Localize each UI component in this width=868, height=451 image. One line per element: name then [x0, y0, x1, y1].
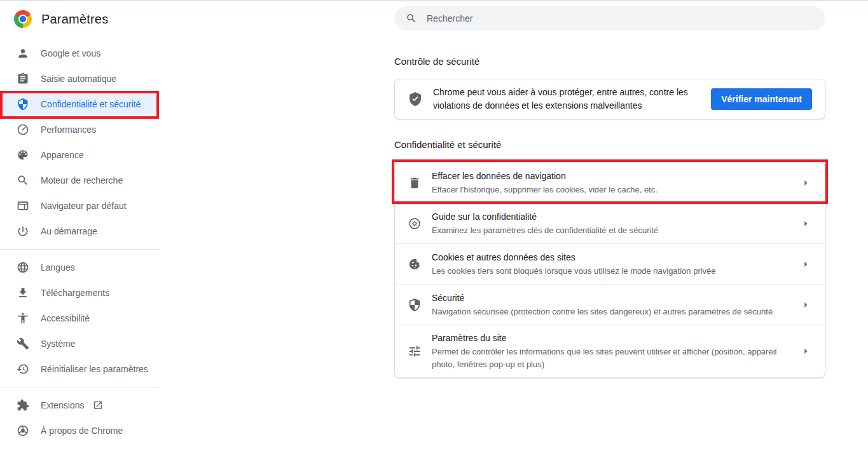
row-subtitle: Examinez les paramètres clés de confiden…: [432, 224, 779, 237]
trash-icon: [408, 176, 422, 190]
sidebar-divider: [0, 387, 159, 387]
chrome-logo-icon: [14, 10, 32, 28]
sidebar-item-reinitialiser-les-parametres[interactable]: Réinitialiser les paramètres: [0, 356, 159, 382]
sidebar-item-au-demarrage[interactable]: Au démarrage: [0, 219, 159, 244]
row-title: Effacer les données de navigation: [432, 170, 779, 182]
power-icon: [17, 225, 29, 238]
sidebar-item-a-propos-de-chrome[interactable]: À propos de Chrome: [0, 418, 159, 443]
puzzle-icon: [17, 399, 29, 412]
row-security[interactable]: Sécurité Navigation sécurisée (protectio…: [395, 285, 825, 325]
row-subtitle: Les cookies tiers sont bloqués lorsque v…: [432, 265, 779, 278]
row-site-settings[interactable]: Paramètres du site Permet de contrôler l…: [395, 325, 825, 377]
sidebar-item-accessibilite[interactable]: Accessibilité: [0, 306, 159, 331]
cookie-icon: [408, 257, 422, 271]
row-title: Sécurité: [432, 292, 779, 304]
section-heading-security-check: Contrôle de sécurité: [394, 56, 825, 67]
sidebar-item-google-et-vous[interactable]: Google et vous: [0, 41, 159, 66]
row-title: Paramètres du site: [432, 332, 779, 344]
row-title: Cookies et autres données des sites: [432, 251, 779, 264]
chrome-icon: [17, 424, 29, 437]
palette-icon: [17, 149, 29, 161]
sidebar-item-systeme[interactable]: Système: [0, 331, 159, 356]
sidebar-item-label: Langues: [41, 262, 75, 273]
sidebar-item-telechargements[interactable]: Téléchargements: [0, 280, 159, 306]
sidebar-item-langues[interactable]: Langues: [0, 255, 159, 280]
sidebar-item-performances[interactable]: Performances: [0, 117, 159, 142]
sidebar-item-navigateur-par-defaut[interactable]: Navigateur par défaut: [0, 193, 159, 219]
person-icon: [17, 47, 29, 60]
tune-icon: [408, 344, 422, 358]
privacy-guide-icon: [408, 217, 422, 231]
sidebar-item-label: Apparence: [41, 150, 84, 160]
search-input[interactable]: [425, 13, 814, 24]
sidebar-item-label: Système: [41, 339, 75, 349]
arrow-right-icon: [799, 217, 812, 230]
row-privacy-guide[interactable]: Guide sur la confidentialité Examinez le…: [395, 203, 825, 244]
shield-icon: [17, 98, 29, 111]
arrow-right-icon: [799, 177, 812, 189]
check-now-button[interactable]: Vérifier maintenant: [711, 88, 812, 110]
restore-icon: [17, 363, 29, 375]
settings-main: Contrôle de sécurité Chrome peut vous ai…: [394, 1, 825, 378]
sidebar-item-saisie-automatique[interactable]: Saisie automatique: [0, 66, 159, 91]
shield-check-icon: [408, 91, 423, 107]
download-icon: [17, 286, 29, 299]
sidebar-item-apparence[interactable]: Apparence: [0, 142, 159, 168]
search-icon: [406, 13, 417, 24]
sidebar-item-label: À propos de Chrome: [41, 426, 123, 436]
settings-sidebar: Paramètres Google et vous Saisie automat…: [0, 1, 159, 443]
sidebar-item-confidentialite-et-securite[interactable]: Confidentialité et sécurité: [0, 93, 159, 116]
sidebar-item-label: Réinitialiser les paramètres: [41, 364, 148, 374]
arrow-right-icon: [799, 345, 812, 358]
globe-icon: [17, 261, 29, 274]
security-check-card: Chrome peut vous aider à vous protéger, …: [394, 79, 825, 119]
page-title: Paramètres: [41, 12, 108, 27]
sidebar-item-moteur-de-recherche[interactable]: Moteur de recherche: [0, 168, 159, 193]
sidebar-item-label: Au démarrage: [41, 226, 97, 236]
row-subtitle: Effacer l'historique, supprimer les cook…: [432, 184, 779, 196]
sidebar-item-label: Téléchargements: [41, 288, 109, 298]
sidebar-item-label: Performances: [41, 125, 96, 135]
sidebar-item-label: Confidentialité et sécurité: [41, 99, 141, 109]
sidebar-item-label: Accessibilité: [41, 313, 90, 323]
sidebar-item-label: Google et vous: [41, 48, 100, 58]
row-cookies-site-data[interactable]: Cookies et autres données des sites Les …: [395, 244, 825, 285]
external-link-icon: [93, 400, 103, 410]
row-title: Guide sur la confidentialité: [432, 210, 779, 223]
security-check-text: Chrome peut vous aider à vous protéger, …: [433, 86, 711, 112]
settings-search-bar[interactable]: [394, 6, 825, 30]
sidebar-item-extensions[interactable]: Extensions: [0, 393, 159, 418]
row-subtitle: Navigation sécurisée (protection contre …: [432, 306, 779, 318]
sidebar-header: Paramètres: [0, 1, 159, 37]
wrench-icon: [17, 337, 29, 350]
sidebar-item-label: Moteur de recherche: [41, 175, 123, 185]
shield-outline-icon: [408, 298, 422, 312]
sidebar-divider: [0, 249, 159, 250]
autofill-clipboard-icon: [17, 72, 29, 85]
accessibility-icon: [17, 312, 29, 325]
section-heading-privacy: Confidentialité et sécurité: [394, 139, 825, 151]
row-subtitle: Permet de contrôler les informations que…: [432, 346, 779, 371]
browser-window-icon: [17, 199, 29, 212]
arrow-right-icon: [799, 258, 812, 271]
search-icon: [17, 174, 29, 187]
speedometer-icon: [17, 123, 29, 136]
privacy-settings-card: Effacer les données de navigation Efface…: [394, 162, 825, 378]
sidebar-item-label: Navigateur par défaut: [41, 201, 127, 211]
sidebar-item-label: Saisie automatique: [41, 74, 116, 84]
row-clear-browsing-data[interactable]: Effacer les données de navigation Efface…: [395, 163, 825, 203]
sidebar-item-label: Extensions: [41, 400, 84, 410]
arrow-right-icon: [799, 299, 812, 311]
